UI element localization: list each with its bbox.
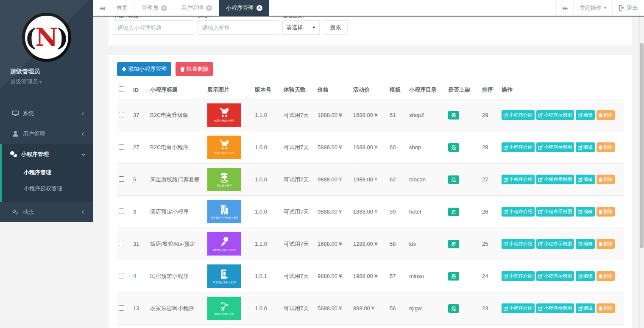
- tab-小程序管理[interactable]: 小程序管理✕: [219, 0, 269, 16]
- action-delete-button[interactable]: 删除: [597, 303, 615, 313]
- action-edit-button[interactable]: 编辑: [576, 239, 595, 249]
- table-row: 13农家乐官网小程序农家乐官网小程序1.0.0可试用7天5688.00￥888.…: [117, 292, 624, 325]
- action-edit-button[interactable]: 编辑: [576, 303, 595, 313]
- price-search-input[interactable]: [198, 20, 278, 35]
- action-example-button[interactable]: 小程序示例图: [536, 303, 574, 313]
- row-checkbox[interactable]: [119, 305, 124, 311]
- action-intro-button[interactable]: 小程序介绍: [502, 207, 535, 217]
- action-delete-button[interactable]: 删除: [597, 207, 615, 217]
- tab-close-icon[interactable]: ✕: [206, 5, 212, 11]
- cell-price: [316, 325, 351, 328]
- edit-icon: [538, 209, 543, 214]
- sidebar-subitem-小程序管理[interactable]: 小程序管理: [2, 164, 93, 181]
- on-shelf-badge[interactable]: 是: [448, 111, 459, 120]
- action-intro-button[interactable]: 小程序介绍: [502, 110, 535, 120]
- tab-用户管理[interactable]: 用户管理✕: [174, 0, 219, 16]
- on-shelf-badge[interactable]: 是: [448, 240, 459, 248]
- thumbnail-building-icon: 酒店预定平台类版小程序: [207, 200, 241, 223]
- select-all-checkbox[interactable]: [119, 86, 124, 92]
- cell-version: 1.0.0: [253, 292, 282, 325]
- logout-button[interactable]: 退出: [612, 0, 644, 16]
- action-delete-button[interactable]: 删除: [597, 175, 615, 184]
- action-edit-button[interactable]: 编辑: [576, 110, 595, 120]
- action-delete-button[interactable]: 删除: [597, 142, 615, 152]
- tab-label: 首页: [117, 4, 128, 12]
- on-shelf-badge[interactable]: 是: [448, 143, 459, 152]
- cell-price: 9888.00￥: [316, 164, 351, 196]
- action-intro-button[interactable]: 小程序介绍: [502, 142, 535, 152]
- cell-price: 1888.00￥: [316, 99, 351, 131]
- sidebar-item-用户管理[interactable]: 用户管理: [0, 124, 93, 144]
- title-search-input[interactable]: [113, 20, 193, 35]
- thumbnail-mic-icon: KTV饭店预定小程序: [207, 232, 241, 256]
- cell-trial-days: 可试用7天: [282, 196, 316, 228]
- row-checkbox[interactable]: [119, 208, 124, 214]
- action-example-button[interactable]: 小程序示例图: [536, 110, 574, 120]
- tabs-scroll-right-button[interactable]: ▸▸: [556, 0, 573, 16]
- sidebar-subitem-小程序授权管理[interactable]: 小程序授权管理: [2, 181, 93, 197]
- sidebar-item-系统[interactable]: 系统: [0, 103, 93, 124]
- shelf-status-select[interactable]: 请选择 ▼: [282, 20, 320, 35]
- table-panel: ✚ 添加小程序管理 批量删除 ID小程序标题展示图片版本号体验天数价格活动价模板…: [109, 55, 632, 328]
- select-caret-icon: ▼: [312, 25, 316, 30]
- action-intro-button[interactable]: 小程序介绍: [502, 239, 535, 249]
- edit-icon: [538, 306, 543, 311]
- cell-activity-price: 1988.00￥: [351, 260, 388, 292]
- close-operations-dropdown[interactable]: 关闭操作▾: [573, 0, 612, 16]
- edit-icon: [504, 306, 508, 311]
- cell-version: 1.0.0: [253, 131, 282, 164]
- row-checkbox[interactable]: [119, 176, 124, 182]
- action-delete-button[interactable]: 删除: [597, 110, 615, 120]
- action-intro-button[interactable]: 小程序介绍: [502, 303, 535, 313]
- action-example-button[interactable]: 小程序示例图: [536, 239, 574, 249]
- cell-version: 1.0.1: [253, 260, 282, 292]
- tab-bar-right: ▸▸ 关闭操作▾ 退出: [556, 0, 644, 16]
- row-checkbox[interactable]: [119, 273, 124, 278]
- tab-close-icon[interactable]: ✕: [161, 5, 167, 11]
- action-intro-button[interactable]: 小程序介绍: [502, 175, 535, 184]
- thumbnail-signpost-icon: 周边游小程序: [207, 168, 241, 191]
- cell-trial-days: 可试用7天: [282, 292, 316, 325]
- cell-directory: hotel: [407, 196, 446, 228]
- action-example-button[interactable]: 小程序示例图: [536, 142, 574, 152]
- vertical-scrollbar-thumb[interactable]: [640, 43, 644, 248]
- on-shelf-badge[interactable]: 是: [448, 272, 459, 281]
- action-edit-button[interactable]: 编辑: [576, 207, 595, 217]
- trash-icon: [599, 242, 602, 246]
- action-delete-button[interactable]: 删除: [597, 271, 615, 281]
- cell-activity-price: 888.00￥: [351, 292, 388, 325]
- role-dropdown[interactable]: 超级管理员 ▾: [10, 78, 93, 86]
- batch-delete-button[interactable]: 批量删除: [176, 62, 213, 76]
- vertical-scrollbar-track[interactable]: [639, 17, 644, 328]
- cell-activity-price: 1288.00￥: [351, 228, 388, 260]
- on-shelf-badge[interactable]: 是: [448, 304, 459, 313]
- action-edit-button[interactable]: 编辑: [576, 271, 595, 281]
- tab-label: 小程序管理: [226, 4, 254, 12]
- action-example-button[interactable]: 小程序示例图: [536, 207, 574, 217]
- action-edit-button[interactable]: 编辑: [576, 142, 595, 152]
- sidebar-item-小程序管理[interactable]: 小程序管理: [2, 144, 93, 164]
- sidebar-group-1: 用户管理: [0, 124, 93, 144]
- row-checkbox[interactable]: [119, 144, 124, 150]
- action-example-button[interactable]: 小程序示例图: [536, 175, 574, 184]
- action-edit-button[interactable]: 编辑: [576, 175, 595, 184]
- edit-icon: [538, 145, 543, 150]
- cell-title: 民宿预定小程序: [148, 260, 206, 292]
- action-delete-button[interactable]: 删除: [597, 239, 615, 249]
- action-intro-button[interactable]: 小程序介绍: [502, 271, 535, 281]
- search-button[interactable]: 搜索: [324, 20, 348, 35]
- edit-icon: [504, 209, 508, 214]
- tab-close-icon[interactable]: ✕: [256, 5, 262, 11]
- cell-title: B2C电商小程序: [148, 131, 206, 164]
- tabs-scroll-left-button[interactable]: ◂◂: [93, 0, 110, 16]
- sidebar-item-动态[interactable]: 动态: [0, 202, 93, 222]
- tab-管理员[interactable]: 管理员✕: [135, 0, 174, 16]
- add-miniprogram-button[interactable]: ✚ 添加小程序管理: [117, 62, 171, 76]
- on-shelf-badge[interactable]: 是: [448, 175, 459, 184]
- on-shelf-badge[interactable]: 是: [448, 208, 459, 216]
- column-header-是否上架: 是否上架: [446, 83, 480, 99]
- row-checkbox[interactable]: [119, 112, 124, 117]
- action-example-button[interactable]: 小程序示例图: [536, 271, 574, 281]
- tab-首页[interactable]: 首页: [110, 0, 135, 16]
- row-checkbox[interactable]: [119, 241, 124, 246]
